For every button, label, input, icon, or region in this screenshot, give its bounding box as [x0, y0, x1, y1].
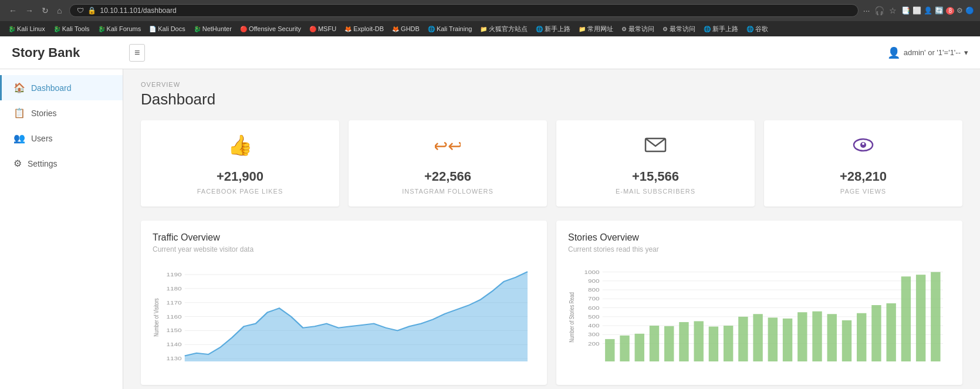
sidebar-icon: 👥: [13, 133, 25, 144]
browser-right-icons: ··· 🎧 ☆ 📑 ⬜ 👤 🔄 8 ⚙ 🔵: [863, 6, 974, 15]
svg-text:400: 400: [588, 323, 600, 328]
address-bar[interactable]: 🛡 🔒 10.10.11.101/dashboard: [69, 4, 858, 17]
stat-icon: ↩↩: [360, 132, 535, 163]
svg-rect-60: [901, 276, 911, 361]
stories-chart-svg: 1000900800700600500400300200Number of St…: [568, 262, 951, 373]
stories-chart-area: 1000900800700600500400300200Number of St…: [568, 262, 951, 373]
sidebar-item-stories[interactable]: 📋Stories: [0, 100, 123, 126]
bookmark-item[interactable]: 🐉Kali Linux: [5, 24, 49, 33]
user-label: admin' or '1'='1'--: [904, 48, 961, 57]
stat-icon: 👍: [153, 132, 327, 163]
svg-rect-62: [931, 272, 940, 361]
sidebar-icon: 📋: [13, 107, 25, 119]
bookmark-item[interactable]: 🔴MSFU: [306, 24, 340, 33]
svg-rect-59: [886, 303, 895, 361]
body-area: 🏠Dashboard📋Stories👥Users⚙Settings OVERVI…: [0, 69, 980, 389]
traffic-chart-card: Traffic Overview Current year website vi…: [141, 221, 547, 385]
star-icon[interactable]: ☆: [889, 6, 897, 15]
bookmark-item[interactable]: ⚙最常访问: [618, 23, 658, 35]
browser-toolbar: ← → ↻ ⌂ 🛡 🔒 10.10.11.101/dashboard ··· 🎧…: [0, 0, 980, 21]
bookmark-item[interactable]: 🐉Kali Tools: [50, 24, 93, 33]
stat-value: +15,566: [568, 169, 743, 184]
svg-rect-55: [827, 314, 837, 361]
stat-value: +21,900: [153, 169, 327, 184]
bookmark-item[interactable]: 🦊GHDB: [388, 24, 423, 33]
stat-icon: [776, 132, 951, 163]
charts-row: Traffic Overview Current year website vi…: [141, 221, 962, 385]
stories-chart-subtitle: Current stories read this year: [568, 245, 951, 253]
menu-dots[interactable]: ···: [863, 6, 870, 15]
svg-text:1160: 1160: [166, 314, 181, 319]
stat-value: +22,566: [360, 169, 535, 184]
bookmark-item[interactable]: ⚙最常访问: [659, 23, 699, 35]
pocket-icon[interactable]: 🎧: [874, 6, 884, 15]
traffic-chart-area: 1190118011701160115011401130Number of Vi…: [153, 262, 535, 373]
svg-rect-53: [797, 312, 807, 361]
svg-point-5: [862, 143, 864, 145]
svg-rect-49: [738, 317, 748, 361]
hamburger-button[interactable]: ≡: [129, 44, 145, 62]
stat-card-3: +28,210 PAGE VIEWS: [764, 120, 962, 207]
bookmark-item[interactable]: 📄Kali Docs: [146, 24, 188, 33]
sidebar-item-users[interactable]: 👥Users: [0, 126, 123, 151]
svg-text:600: 600: [588, 305, 600, 310]
svg-text:👍: 👍: [228, 133, 253, 157]
favicon: 🔒: [87, 6, 96, 15]
svg-rect-45: [679, 322, 688, 361]
sidebar: 🏠Dashboard📋Stories👥Users⚙Settings: [0, 69, 123, 389]
app-container: Story Bank ≡ 👤 admin' or '1'='1'-- ▾ 🏠Da…: [0, 36, 980, 389]
stat-card-2: +15,566 E-MAIL SUBSCRIBERS: [556, 120, 755, 207]
svg-rect-46: [694, 321, 703, 361]
svg-rect-40: [605, 339, 614, 361]
bookmarks-bar: 🐉Kali Linux🐉Kali Tools🐉Kali Forums📄Kali …: [0, 21, 980, 36]
bookmark-item[interactable]: 📁火狐官方站点: [477, 23, 531, 35]
sidebar-icon: 🏠: [13, 82, 25, 93]
sidebar-item-label: Dashboard: [31, 83, 72, 93]
svg-text:500: 500: [588, 314, 600, 319]
bookmark-item[interactable]: 🌐新手上路: [700, 23, 742, 35]
sidebar-item-dashboard[interactable]: 🏠Dashboard: [0, 75, 123, 100]
svg-text:1150: 1150: [166, 328, 181, 333]
svg-rect-61: [916, 275, 925, 361]
bookmark-item[interactable]: 🌐谷歌: [743, 23, 772, 35]
profile-icons: 📑 ⬜ 👤 🔄 8 ⚙ 🔵: [901, 6, 974, 15]
stat-label: E-MAIL SUBSCRIBERS: [568, 188, 743, 195]
svg-rect-48: [724, 326, 733, 361]
svg-text:700: 700: [588, 296, 600, 302]
traffic-chart-subtitle: Current year website visitor data: [153, 245, 535, 253]
app-title: Story Bank: [12, 45, 129, 60]
svg-rect-42: [635, 334, 644, 361]
stories-chart-card: Stories Overview Current stories read th…: [556, 221, 962, 385]
forward-button[interactable]: →: [22, 5, 36, 16]
main-content: OVERVIEW Dashboard 👍 +21,900 FACEBOOK PA…: [123, 69, 980, 389]
svg-text:↩↩: ↩↩: [435, 136, 461, 155]
svg-text:200: 200: [588, 341, 600, 346]
traffic-chart-svg: 1190118011701160115011401130Number of Vi…: [153, 262, 535, 373]
svg-rect-43: [650, 326, 659, 361]
bookmark-item[interactable]: 🔴Offensive Security: [236, 24, 305, 33]
svg-rect-54: [812, 312, 822, 361]
svg-rect-57: [857, 313, 866, 361]
svg-rect-47: [709, 327, 718, 361]
stat-label: INSTAGRAM FOLLOWERS: [360, 188, 535, 195]
back-button[interactable]: ←: [6, 5, 20, 16]
bookmark-item[interactable]: 🐉NetHunter: [190, 24, 235, 33]
user-menu[interactable]: 👤 admin' or '1'='1'-- ▾: [887, 46, 968, 59]
svg-rect-50: [753, 314, 762, 361]
overview-label: OVERVIEW: [141, 81, 962, 88]
svg-text:800: 800: [588, 287, 600, 292]
bookmark-item[interactable]: 🌐新手上路: [532, 23, 574, 35]
sidebar-item-settings[interactable]: ⚙Settings: [0, 151, 123, 176]
bookmark-item[interactable]: 📁常用网址: [575, 23, 617, 35]
svg-rect-56: [842, 320, 851, 361]
dropdown-arrow-icon: ▾: [964, 48, 968, 57]
reload-button[interactable]: ↻: [39, 5, 52, 16]
svg-text:1140: 1140: [166, 342, 181, 347]
home-button[interactable]: ⌂: [54, 5, 65, 16]
stat-card-0: 👍 +21,900 FACEBOOK PAGE LIKES: [141, 120, 339, 207]
stats-row: 👍 +21,900 FACEBOOK PAGE LIKES ↩↩ +22,566…: [141, 120, 962, 207]
page-title: Dashboard: [141, 90, 962, 109]
bookmark-item[interactable]: 🌐Kali Training: [424, 24, 476, 33]
bookmark-item[interactable]: 🦊Exploit-DB: [341, 24, 387, 33]
bookmark-item[interactable]: 🐉Kali Forums: [94, 24, 145, 33]
